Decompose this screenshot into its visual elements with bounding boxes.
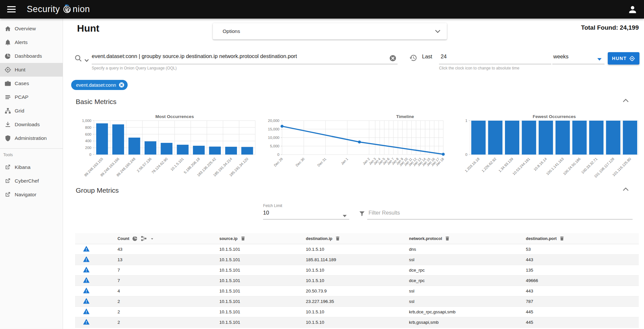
- sidebar-item-cases[interactable]: Cases: [0, 77, 63, 90]
- column-header-destination.ip[interactable]: destination.ip: [306, 236, 332, 241]
- table-row[interactable]: 13 10.1.5.101 185.81.114.189 ssl 443: [75, 255, 639, 265]
- filter-results-input[interactable]: Filter Results: [369, 210, 400, 216]
- sankey-toggle-icon[interactable]: [141, 235, 147, 242]
- cell-network-protocol: dce_rpc: [409, 268, 526, 273]
- chart-options-caret-icon[interactable]: [149, 236, 155, 241]
- units-caret-icon[interactable]: [597, 56, 602, 62]
- pie-chart-toggle-icon[interactable]: [132, 235, 138, 242]
- svg-text:100.24.50.186: 100.24.50.186: [562, 157, 581, 176]
- sidebar-item-label: Cases: [15, 81, 29, 86]
- cell-source-ip: 10.1.5.101: [219, 278, 306, 283]
- warning-triangle-icon: [83, 308, 90, 315]
- query-input-underline: [92, 64, 398, 64]
- most-occurrences-chart: Most Occurrences02004006008001,00089.248…: [75, 113, 258, 183]
- sidebar-item-hunt[interactable]: Hunt: [0, 63, 63, 77]
- group-metrics-collapse-icon[interactable]: [623, 187, 631, 194]
- sidebar-item-label: Grid: [15, 108, 24, 114]
- sidebar-item-label: Overview: [15, 26, 36, 32]
- table-row[interactable]: 2 10.1.5.101 10.1.5.10 krb,gssapi,smb 44…: [75, 317, 639, 328]
- sidebar-item-navigator[interactable]: Navigator: [0, 188, 63, 202]
- cell-destination-port: 49666: [526, 278, 639, 283]
- row-alert-indicator[interactable]: [75, 319, 118, 326]
- duration-units-select[interactable]: weeks: [553, 53, 569, 60]
- hunt-button[interactable]: HUNT: [608, 52, 639, 65]
- column-header-source.ip[interactable]: source.ip: [219, 236, 238, 241]
- cell-source-ip: 10.1.5.101: [219, 247, 306, 252]
- warning-triangle-icon: [83, 256, 90, 263]
- column-header-network.protocol[interactable]: network.protocol: [409, 236, 442, 241]
- sidebar-item-label: Downloads: [15, 122, 40, 127]
- row-alert-indicator[interactable]: [75, 308, 118, 316]
- svg-text:1.226.62.92: 1.226.62.92: [481, 157, 497, 173]
- sidebar-item-pcap[interactable]: PCAP: [0, 90, 63, 104]
- time-hint: Click the clock icon to change to absolu…: [439, 66, 519, 70]
- svg-text:1,000: 1,000: [82, 119, 91, 123]
- row-alert-indicator[interactable]: [75, 246, 118, 253]
- column-header-destination.port[interactable]: destination.port: [526, 236, 557, 241]
- table-row[interactable]: 7 10.1.5.101 10.1.5.10 dce_rpc 135: [75, 265, 639, 276]
- options-expander[interactable]: Options: [213, 23, 447, 39]
- relative-time-clock-icon[interactable]: [409, 54, 417, 63]
- table-row[interactable]: 43 10.1.5.101 10.1.5.10 dns 53: [75, 244, 639, 255]
- svg-text:20,000: 20,000: [268, 119, 279, 123]
- svg-text:10.53.244.181: 10.53.244.181: [512, 157, 531, 176]
- filter-chip[interactable]: event.dataset:conn: [71, 80, 128, 90]
- row-alert-indicator[interactable]: [75, 277, 118, 285]
- row-alert-indicator[interactable]: [75, 287, 118, 295]
- table-row[interactable]: 4 10.1.5.101 20.50.73.9 ssl 443: [75, 286, 639, 296]
- basic-metrics-collapse-icon[interactable]: [623, 98, 631, 106]
- sidebar-item-grid[interactable]: Grid: [0, 104, 63, 118]
- table-row[interactable]: 2 10.1.5.101 23.227.196.35 ssl 787: [75, 296, 639, 307]
- sidebar-item-alerts[interactable]: Alerts: [0, 36, 63, 49]
- sidebar-item-overview[interactable]: Overview: [0, 22, 63, 36]
- cell-count: 2: [118, 309, 219, 314]
- user-account-icon[interactable]: [628, 5, 637, 14]
- remove-column-trash-icon[interactable]: [240, 236, 246, 241]
- svg-text:Fewest Occurrences: Fewest Occurrences: [533, 114, 576, 119]
- row-alert-indicator[interactable]: [75, 256, 118, 264]
- remove-column-trash-icon[interactable]: [445, 236, 450, 241]
- sidebar-item-cyberchef[interactable]: CyberChef: [0, 174, 63, 188]
- cell-destination-ip: 10.1.5.10: [306, 278, 409, 283]
- sidebar-item-label: Kibana: [15, 164, 30, 170]
- remove-column-trash-icon[interactable]: [559, 236, 565, 241]
- fetch-limit-caret-icon[interactable]: [343, 213, 347, 218]
- hamburger-menu-icon[interactable]: [7, 6, 16, 13]
- column-header-count[interactable]: Count: [118, 236, 129, 241]
- cell-destination-port: 445: [526, 309, 639, 314]
- duration-input[interactable]: 24: [441, 53, 447, 60]
- sidebar-item-label: Navigator: [15, 192, 36, 198]
- sidebar-item-dashboards[interactable]: Dashboards: [0, 49, 63, 63]
- external-link-icon: [4, 191, 11, 198]
- sidebar-item-label: Alerts: [15, 39, 28, 45]
- cell-source-ip: 10.1.5.101: [219, 299, 306, 304]
- warning-triangle-icon: [83, 266, 90, 273]
- clear-query-icon[interactable]: [389, 54, 397, 63]
- query-history-chevron-icon[interactable]: [85, 57, 89, 63]
- logo-text-prefix: Security: [27, 4, 60, 14]
- svg-text:Dec 30: Dec 30: [295, 157, 305, 167]
- table-row[interactable]: 2 10.1.5.101 10.1.5.10 krb,dce_rpc,gssap…: [75, 307, 639, 317]
- units-underline: [552, 64, 605, 64]
- remove-column-trash-icon[interactable]: [335, 236, 340, 241]
- query-input[interactable]: event.dataset:conn | groupby source.ip d…: [92, 53, 297, 59]
- lines-icon: [4, 94, 11, 101]
- table-row[interactable]: 7 10.1.5.101 10.1.5.10 dce_rpc 49666: [75, 276, 639, 286]
- sidebar-item-label: Administration: [15, 135, 47, 141]
- row-alert-indicator[interactable]: [75, 298, 118, 306]
- cell-network-protocol: ssl: [409, 257, 526, 262]
- cell-source-ip: 10.1.5.101: [219, 268, 306, 273]
- svg-text:100.33.32.71: 100.33.32.71: [581, 157, 598, 174]
- cell-source-ip: 10.1.5.101: [219, 320, 306, 325]
- cell-destination-ip: 23.227.196.35: [306, 299, 409, 304]
- filter-results-underline: [367, 219, 633, 219]
- sidebar-item-downloads[interactable]: Downloads: [0, 118, 63, 131]
- sidebar-item-administration[interactable]: Administration: [0, 131, 63, 145]
- cell-source-ip: 10.1.5.101: [219, 309, 306, 314]
- home-icon: [4, 25, 11, 32]
- sidebar-item-kibana[interactable]: Kibana: [0, 160, 63, 174]
- row-alert-indicator[interactable]: [75, 266, 118, 274]
- chip-remove-icon[interactable]: [118, 82, 125, 88]
- chevron-down-icon: [435, 28, 440, 34]
- fetch-limit-select[interactable]: 10: [263, 210, 269, 216]
